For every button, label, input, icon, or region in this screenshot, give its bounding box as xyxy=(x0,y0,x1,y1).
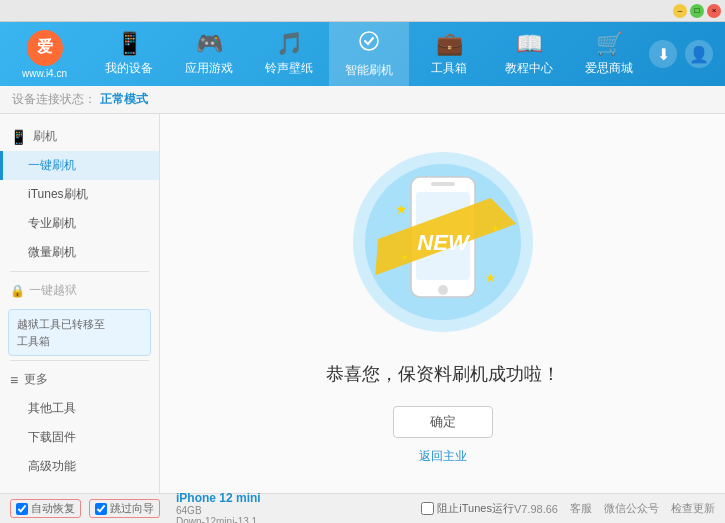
logo-icon: 爱 xyxy=(27,30,63,66)
device-model: Down-12mini-13,1 xyxy=(176,516,261,524)
nav-items: 📱 我的设备 🎮 应用游戏 🎵 铃声壁纸 智能刷机 💼 工具箱 📖 xyxy=(89,22,649,86)
download-button[interactable]: ⬇ xyxy=(649,40,677,68)
toolbox-icon: 💼 xyxy=(436,31,463,57)
locked-label: 一键越狱 xyxy=(29,282,77,299)
title-bar: – □ × xyxy=(0,0,725,22)
check-update-link[interactable]: 检查更新 xyxy=(671,501,715,516)
sidebar: 📱 刷机 一键刷机 iTunes刷机 专业刷机 微量刷机 🔒 一键越狱 越狱工具… xyxy=(0,114,160,493)
status-label: 设备连接状态： xyxy=(12,91,96,108)
svg-point-0 xyxy=(360,32,378,50)
sidebar-item-reduce-flash[interactable]: 微量刷机 xyxy=(0,238,159,267)
sidebar-item-itunes-flash[interactable]: iTunes刷机 xyxy=(0,180,159,209)
skip-wizard-checkbox[interactable]: 跳过向导 xyxy=(89,499,160,518)
device-capacity: 64GB xyxy=(176,505,261,516)
svg-rect-6 xyxy=(431,182,455,186)
wallpaper-label: 铃声壁纸 xyxy=(265,60,313,77)
sidebar-section-flash: 📱 刷机 xyxy=(0,122,159,151)
info-text: 越狱工具已转移至工具箱 xyxy=(17,318,105,347)
nav-item-smart-shop[interactable]: 智能刷机 xyxy=(329,22,409,86)
nav-item-app-game[interactable]: 🎮 应用游戏 xyxy=(169,22,249,86)
sidebar-item-one-click-flash[interactable]: 一键刷机 xyxy=(0,151,159,180)
phone-illustration: NEW ★ ✦ ✦ ★ xyxy=(343,142,543,342)
lock-icon: 🔒 xyxy=(10,284,25,298)
flash-section-icon: 📱 xyxy=(10,129,27,145)
itunes-checkbox[interactable] xyxy=(421,502,434,515)
nav-item-toolbox[interactable]: 💼 工具箱 xyxy=(409,22,489,86)
store-icon: 🛒 xyxy=(596,31,623,57)
toolbox-label: 工具箱 xyxy=(431,60,467,77)
sidebar-divider-1 xyxy=(10,271,149,272)
sidebar-item-download-firmware[interactable]: 下载固件 xyxy=(0,423,159,452)
nav-item-tutorial[interactable]: 📖 教程中心 xyxy=(489,22,569,86)
app-game-icon: 🎮 xyxy=(196,31,223,57)
more-section-label: 更多 xyxy=(24,371,48,388)
tutorial-label: 教程中心 xyxy=(505,60,553,77)
auto-restore-checkbox[interactable]: 自动恢复 xyxy=(10,499,81,518)
svg-text:✦: ✦ xyxy=(491,223,499,234)
bottom-right: V7.98.66 客服 微信公众号 检查更新 xyxy=(514,501,715,516)
svg-text:★: ★ xyxy=(395,201,408,217)
my-device-icon: 📱 xyxy=(116,31,143,57)
itunes-status: 阻止iTunes运行 xyxy=(421,501,514,516)
svg-text:✦: ✦ xyxy=(401,253,408,262)
status-bar: 设备连接状态： 正常模式 xyxy=(0,86,725,114)
support-link[interactable]: 客服 xyxy=(570,501,592,516)
store-label: 爱思商城 xyxy=(585,60,633,77)
sidebar-item-advanced[interactable]: 高级功能 xyxy=(0,452,159,481)
minimize-button[interactable]: – xyxy=(673,4,687,18)
svg-point-5 xyxy=(438,285,448,295)
version-info: V7.98.66 xyxy=(514,503,558,515)
content-area: NEW ★ ✦ ✦ ★ 恭喜您，保资料刷机成功啦！ 确定 返回主业 xyxy=(160,114,725,493)
sidebar-info-box: 越狱工具已转移至工具箱 xyxy=(8,309,151,356)
auto-restore-label: 自动恢复 xyxy=(31,501,75,516)
nav-right-actions: ⬇ 👤 xyxy=(649,40,725,68)
sidebar-item-other-tools[interactable]: 其他工具 xyxy=(0,394,159,423)
user-button[interactable]: 👤 xyxy=(685,40,713,68)
flash-section-label: 刷机 xyxy=(33,128,57,145)
wallpaper-icon: 🎵 xyxy=(276,31,303,57)
itunes-status-label: 阻止iTunes运行 xyxy=(437,501,514,516)
device-name: iPhone 12 mini xyxy=(176,491,261,505)
bottom-bar: 自动恢复 跳过向导 iPhone 12 mini 64GB Down-12min… xyxy=(0,493,725,523)
sidebar-item-pro-flash[interactable]: 专业刷机 xyxy=(0,209,159,238)
sidebar-section-more: ≡ 更多 xyxy=(0,365,159,394)
svg-text:★: ★ xyxy=(485,271,496,285)
auto-restore-input[interactable] xyxy=(16,503,28,515)
my-device-label: 我的设备 xyxy=(105,60,153,77)
svg-text:NEW: NEW xyxy=(417,230,471,255)
nav-item-my-device[interactable]: 📱 我的设备 xyxy=(89,22,169,86)
device-info: iPhone 12 mini 64GB Down-12mini-13,1 xyxy=(176,491,261,524)
nav-item-wallpaper[interactable]: 🎵 铃声壁纸 xyxy=(249,22,329,86)
app-game-label: 应用游戏 xyxy=(185,60,233,77)
sidebar-locked-jailbreak: 🔒 一键越狱 xyxy=(0,276,159,305)
skip-wizard-input[interactable] xyxy=(95,503,107,515)
main-layout: 📱 刷机 一键刷机 iTunes刷机 专业刷机 微量刷机 🔒 一键越狱 越狱工具… xyxy=(0,114,725,493)
smart-shop-label: 智能刷机 xyxy=(345,62,393,79)
back-home-link[interactable]: 返回主业 xyxy=(419,448,467,465)
success-title: 恭喜您，保资料刷机成功啦！ xyxy=(326,362,560,386)
bottom-left: 自动恢复 跳过向导 iPhone 12 mini 64GB Down-12min… xyxy=(10,491,421,524)
logo-area: 爱 www.i4.cn xyxy=(0,22,89,86)
nav-item-store[interactable]: 🛒 爱思商城 xyxy=(569,22,649,86)
more-section-icon: ≡ xyxy=(10,372,18,388)
sidebar-divider-2 xyxy=(10,360,149,361)
confirm-button[interactable]: 确定 xyxy=(393,406,493,438)
status-value: 正常模式 xyxy=(100,91,148,108)
close-button[interactable]: × xyxy=(707,4,721,18)
skip-wizard-label: 跳过向导 xyxy=(110,501,154,516)
smart-shop-icon xyxy=(357,29,381,59)
tutorial-icon: 📖 xyxy=(516,31,543,57)
logo-url: www.i4.cn xyxy=(22,68,67,79)
wechat-link[interactable]: 微信公众号 xyxy=(604,501,659,516)
maximize-button[interactable]: □ xyxy=(690,4,704,18)
top-navigation: 爱 www.i4.cn 📱 我的设备 🎮 应用游戏 🎵 铃声壁纸 智能刷机 💼 xyxy=(0,22,725,86)
